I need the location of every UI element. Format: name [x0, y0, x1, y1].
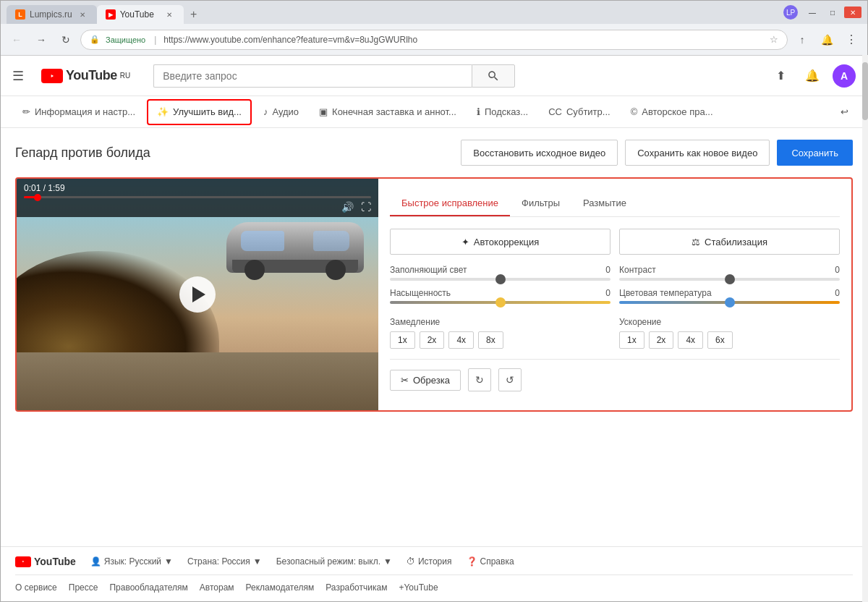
help-link[interactable]: ❓ Справка: [467, 556, 514, 567]
back-button[interactable]: ←: [7, 30, 27, 50]
user-avatar[interactable]: A: [833, 64, 856, 88]
address-input[interactable]: 🔒 Защищено | https://www.youtube.com/enh…: [80, 30, 788, 50]
tab-info-label: Информация и настр...: [35, 106, 135, 117]
tab-endscreen[interactable]: ▣ Конечная заставка и аннот...: [309, 96, 467, 128]
panel-tab-filters[interactable]: Фильтры: [510, 190, 571, 216]
footer-link-plus[interactable]: +YouTube: [399, 582, 438, 593]
speedup-6x[interactable]: 6x: [707, 331, 733, 349]
play-button[interactable]: [179, 276, 216, 313]
browser-user: LP: [783, 5, 798, 20]
wand-small-icon: ✦: [461, 237, 469, 247]
saturation-track[interactable]: [390, 301, 610, 304]
tab-copyright[interactable]: © Авторское пра...: [621, 96, 723, 128]
new-tab-button[interactable]: +: [184, 5, 204, 24]
footer-link-advertisers[interactable]: Рекламодателям: [246, 582, 315, 593]
secure-label: Защищено: [106, 35, 145, 44]
scrollbar[interactable]: [862, 55, 868, 602]
tab-lumpics[interactable]: L Lumpics.ru ✕: [7, 5, 97, 24]
contrast-label-row: Контраст 0: [619, 265, 840, 275]
stabilization-button[interactable]: ⚖ Стабилизация: [619, 229, 840, 255]
editor-toolbar: ✏ Информация и настр... ✨ Улучшить вид..…: [1, 96, 867, 128]
youtube-logo-text: YouTube: [66, 68, 117, 83]
tab-lumpics-label: Lumpics.ru: [30, 9, 72, 20]
slowdown-4x[interactable]: 4x: [448, 331, 474, 349]
crop-button[interactable]: ✂ Обрезка: [390, 370, 461, 391]
country-selector[interactable]: Страна: Россия ▼: [187, 556, 262, 567]
notifications-icon[interactable]: 🔔: [817, 30, 837, 50]
color-temp-slider-group: Цветовая температура 0: [619, 288, 840, 311]
scissors-icon: ✂: [401, 375, 409, 386]
slowdown-1x[interactable]: 1x: [390, 331, 415, 349]
progress-dot[interactable]: [34, 194, 41, 201]
save-as-new-button[interactable]: Сохранить как новое видео: [625, 140, 770, 166]
tab-info[interactable]: ✏ Информация и настр...: [12, 96, 145, 128]
separator: |: [154, 35, 156, 45]
notifications-bell-icon[interactable]: 🔔: [801, 64, 824, 88]
upload-icon[interactable]: ↑: [792, 30, 812, 50]
slowdown-buttons: 1x 2x 4x 8x: [390, 331, 610, 349]
window-controls: LP — □ ✕: [783, 5, 861, 20]
fill-light-track[interactable]: [390, 278, 610, 281]
search-button[interactable]: [472, 64, 515, 88]
slowdown-8x[interactable]: 8x: [478, 331, 503, 349]
saturation-thumb[interactable]: [495, 297, 506, 308]
rotate-ccw-button[interactable]: ↺: [498, 368, 522, 391]
panel-tab-blur[interactable]: Размытие: [571, 190, 638, 216]
hamburger-menu-icon[interactable]: ☰: [12, 68, 24, 84]
rotate-cw-button[interactable]: ↻: [468, 368, 491, 391]
youtube-header: ☰ YouTubeRU ⬆ 🔔 A: [1, 56, 867, 96]
speedup-2x[interactable]: 2x: [649, 331, 674, 349]
youtube-logo[interactable]: YouTubeRU: [41, 68, 130, 83]
browser-menu-icon[interactable]: ⋮: [841, 30, 861, 50]
contrast-thumb[interactable]: [725, 274, 735, 284]
screen-icon: ▣: [319, 106, 328, 117]
tab-audio[interactable]: ♪ Аудио: [253, 96, 309, 128]
footer-link-copyright[interactable]: Правообладателям: [109, 582, 187, 593]
color-temp-track[interactable]: [619, 301, 840, 304]
tab-youtube-close[interactable]: ✕: [163, 9, 175, 20]
safe-mode-selector[interactable]: Безопасный режим: выкл. ▼: [276, 556, 392, 567]
tab-subtitles-label: Субтитр...: [566, 106, 610, 117]
back-arrow-button[interactable]: ↩: [833, 101, 856, 124]
panel-tab-quick-fix[interactable]: Быстрое исправление: [390, 190, 510, 216]
tab-enhance-label: Улучшить вид...: [173, 106, 242, 117]
color-temp-thumb[interactable]: [725, 297, 735, 308]
video-progress-bar[interactable]: [24, 196, 371, 198]
footer-link-authors[interactable]: Авторам: [200, 582, 234, 593]
tab-youtube[interactable]: ▶ YouTube ✕: [97, 5, 184, 24]
speedup-1x[interactable]: 1x: [619, 331, 644, 349]
language-selector[interactable]: 👤 Язык: Русский ▼: [90, 556, 173, 567]
history-link[interactable]: ⏱ История: [407, 556, 452, 567]
footer-link-about[interactable]: О сервисе: [15, 582, 57, 593]
refresh-button[interactable]: ↻: [56, 30, 76, 50]
save-button[interactable]: Сохранить: [777, 140, 853, 166]
forward-button[interactable]: →: [31, 30, 51, 50]
title-bar: L Lumpics.ru ✕ ▶ YouTube ✕ + LP — □ ✕: [1, 1, 867, 24]
search-input[interactable]: [153, 64, 472, 88]
user-icon: 👤: [90, 556, 101, 567]
restore-original-button[interactable]: Восстановить исходное видео: [461, 140, 618, 166]
tab-subtitles[interactable]: CC Субтитр...: [538, 96, 621, 128]
header-icons: ⬆ 🔔 A: [769, 64, 856, 88]
contrast-track[interactable]: [619, 278, 840, 281]
tab-cards[interactable]: ℹ Подсказ...: [467, 96, 538, 128]
speedup-section: Ускорение 1x 2x 4x 6x: [619, 317, 840, 349]
maximize-button[interactable]: □: [824, 7, 841, 18]
fill-light-thumb[interactable]: [495, 274, 506, 284]
minimize-button[interactable]: —: [804, 7, 821, 18]
tab-enhance[interactable]: ✨ Улучшить вид...: [147, 99, 252, 125]
scrollbar-thumb[interactable]: [862, 62, 868, 120]
footer-link-developers[interactable]: Разработчикам: [326, 582, 387, 593]
fullscreen-icon[interactable]: ⛶: [361, 201, 371, 213]
speedup-4x[interactable]: 4x: [678, 331, 703, 349]
slowdown-2x[interactable]: 2x: [420, 331, 445, 349]
footer-link-press[interactable]: Прессе: [69, 582, 98, 593]
tab-lumpics-close[interactable]: ✕: [77, 9, 88, 20]
close-button[interactable]: ✕: [844, 7, 861, 18]
bookmark-icon[interactable]: ☆: [770, 34, 778, 45]
auto-correction-button[interactable]: ✦ Автокоррекция: [390, 229, 610, 255]
volume-icon[interactable]: 🔊: [341, 201, 354, 213]
upload-video-icon[interactable]: ⬆: [769, 64, 792, 88]
saturation-label: Насыщенность: [390, 288, 451, 298]
contrast-value: 0: [835, 265, 840, 275]
